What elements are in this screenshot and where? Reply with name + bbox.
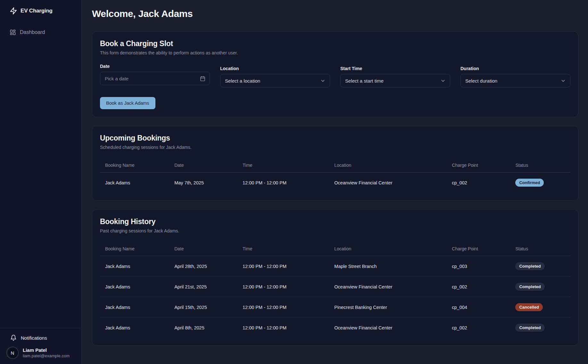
cell-charge-point: cp_002	[448, 318, 511, 338]
booking-history-subtitle: Past charging sessions for Jack Adams.	[100, 228, 570, 233]
user-name: Liam Patel	[23, 347, 70, 353]
duration-select[interactable]: Select duration	[460, 74, 570, 87]
chevron-down-icon	[440, 78, 446, 84]
sidebar-item-label: Dashboard	[20, 29, 45, 35]
user-email: liam.patel@example.com	[23, 353, 70, 358]
table-row: Jack AdamsApril 21st, 202512:00 PM - 12:…	[100, 277, 570, 297]
column-header: Booking Name	[100, 158, 170, 173]
sidebar-nav: Dashboard	[0, 26, 81, 38]
start-time-select-value: Select a start time	[345, 78, 384, 84]
sidebar: EV Charging Dashboard Notifications N Li…	[0, 0, 82, 364]
column-header: Date	[170, 242, 239, 256]
table-row: Jack AdamsApril 8th, 202512:00 PM - 12:0…	[100, 318, 570, 338]
sidebar-spacer	[0, 38, 81, 328]
page-title: Welcome, Jack Adams	[92, 8, 578, 19]
cell-date: April 21st, 2025	[170, 277, 239, 297]
cell-time: 12:00 PM - 12:00 PM	[239, 173, 330, 193]
column-header: Time	[239, 242, 330, 256]
booking-form-subtitle: This form demonstrates the ability to pe…	[100, 50, 570, 55]
bell-icon	[10, 335, 17, 341]
chevron-down-icon	[560, 78, 566, 84]
table-header-row: Booking NameDateTimeLocationCharge Point…	[100, 242, 570, 256]
location-label: Location	[220, 66, 330, 71]
duration-label: Duration	[460, 66, 570, 71]
status-badge: Confirmed	[515, 179, 544, 187]
date-placeholder: Pick a date	[105, 76, 128, 81]
book-slot-button[interactable]: Book as Jack Adams	[100, 97, 155, 109]
start-time-field-group: Start Time Select a start time	[340, 64, 450, 87]
date-label: Date	[100, 64, 210, 69]
table-header-row: Booking NameDateTimeLocationCharge Point…	[100, 158, 570, 173]
cell-time: 12:00 PM - 12:00 PM	[239, 297, 330, 318]
status-badge: Completed	[515, 283, 544, 291]
location-field-group: Location Select a location	[220, 64, 330, 87]
column-header: Location	[330, 158, 448, 173]
booking-history-card: Booking History Past charging sessions f…	[92, 209, 578, 346]
cell-status: Cancelled	[511, 297, 570, 318]
date-picker-input[interactable]: Pick a date	[100, 72, 210, 85]
cell-location: Pinecrest Banking Center	[330, 297, 448, 318]
cell-charge-point: cp_002	[448, 173, 511, 193]
cell-status: Completed	[511, 318, 570, 338]
cell-location: Maple Street Branch	[330, 256, 448, 277]
location-select[interactable]: Select a location	[220, 74, 330, 87]
date-field-group: Date Pick a date	[100, 64, 210, 87]
upcoming-bookings-table: Booking NameDateTimeLocationCharge Point…	[100, 158, 570, 193]
column-header: Time	[239, 158, 330, 173]
status-badge: Cancelled	[515, 303, 542, 311]
column-header: Charge Point	[448, 158, 511, 173]
column-header: Booking Name	[100, 242, 170, 256]
cell-name: Jack Adams	[100, 297, 170, 318]
start-time-select[interactable]: Select a start time	[340, 74, 450, 87]
cell-date: April 28th, 2025	[170, 256, 239, 277]
booking-form-card: Book a Charging Slot This form demonstra…	[92, 31, 578, 117]
cell-status: Confirmed	[511, 173, 570, 193]
column-header: Location	[330, 242, 448, 256]
booking-form: Date Pick a date Location Select a locat…	[100, 64, 570, 87]
status-badge: Completed	[515, 262, 544, 270]
upcoming-bookings-subtitle: Scheduled charging sessions for Jack Ada…	[100, 145, 570, 150]
table-row: Jack AdamsApril 28th, 202512:00 PM - 12:…	[100, 256, 570, 277]
chevron-down-icon	[320, 78, 326, 84]
cell-location: Oceanview Financial Center	[330, 318, 448, 338]
upcoming-bookings-card: Upcoming Bookings Scheduled charging ses…	[92, 126, 578, 201]
location-select-value: Select a location	[225, 78, 260, 84]
cell-time: 12:00 PM - 12:00 PM	[239, 318, 330, 338]
cell-location: Oceanview Financial Center	[330, 277, 448, 297]
upcoming-bookings-title: Upcoming Bookings	[100, 134, 570, 142]
booking-history-table: Booking NameDateTimeLocationCharge Point…	[100, 242, 570, 338]
brand-label: EV Charging	[21, 8, 53, 14]
column-header: Status	[511, 158, 570, 173]
cell-name: Jack Adams	[100, 277, 170, 297]
column-header: Date	[170, 158, 239, 173]
user-meta: Liam Patel liam.patel@example.com	[23, 347, 70, 358]
cell-date: May 7th, 2025	[170, 173, 239, 193]
cell-name: Jack Adams	[100, 256, 170, 277]
booking-form-title: Book a Charging Slot	[100, 39, 570, 48]
cell-time: 12:00 PM - 12:00 PM	[239, 277, 330, 297]
main-content: Welcome, Jack Adams Book a Charging Slot…	[82, 0, 588, 364]
sidebar-item-dashboard[interactable]: Dashboard	[0, 26, 81, 38]
cell-location: Oceanview Financial Center	[330, 173, 448, 193]
status-badge: Completed	[515, 324, 544, 332]
column-header: Charge Point	[448, 242, 511, 256]
brand: EV Charging	[0, 6, 81, 15]
sidebar-footer: Notifications N Liam Patel liam.patel@ex…	[0, 328, 81, 364]
table-row: Jack AdamsApril 15th, 202512:00 PM - 12:…	[100, 297, 570, 318]
booking-history-title: Booking History	[100, 217, 570, 226]
cell-status: Completed	[511, 277, 570, 297]
dashboard-grid-icon	[10, 29, 16, 36]
table-row: Jack AdamsMay 7th, 202512:00 PM - 12:00 …	[100, 173, 570, 193]
duration-select-value: Select duration	[465, 78, 497, 84]
cell-status: Completed	[511, 256, 570, 277]
start-time-label: Start Time	[340, 66, 450, 71]
duration-field-group: Duration Select duration	[460, 64, 570, 87]
cell-name: Jack Adams	[100, 318, 170, 338]
notifications-button[interactable]: Notifications	[6, 333, 76, 343]
column-header: Status	[511, 242, 570, 256]
avatar: N	[6, 347, 19, 359]
cell-charge-point: cp_004	[448, 297, 511, 318]
user-menu[interactable]: N Liam Patel liam.patel@example.com	[6, 346, 76, 360]
cell-date: April 8th, 2025	[170, 318, 239, 338]
notifications-label: Notifications	[21, 335, 47, 341]
